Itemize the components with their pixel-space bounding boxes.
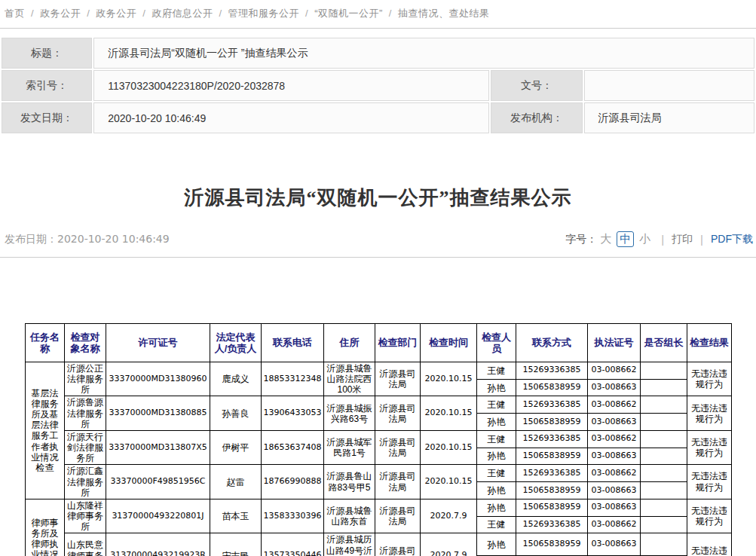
cell-is-leader bbox=[641, 414, 687, 431]
table-row: 沂源天行剑法律服务所33370000MD313807X5伊树平186536374… bbox=[26, 430, 732, 448]
breadcrumb-item[interactable]: 抽查情况、查处结果 bbox=[398, 8, 490, 19]
cell-department: 沂源县司法局 bbox=[375, 533, 421, 556]
cell-inspector-contact: 15269336385 bbox=[516, 465, 588, 482]
cell-result: 无违法违规行为 bbox=[687, 533, 732, 556]
cell-inspector-name: 王健 bbox=[477, 516, 516, 533]
cell-entity-name: 沂源鲁源法律服务所 bbox=[65, 396, 106, 430]
cell-result: 无违法违规行为 bbox=[687, 362, 732, 396]
column-header: 联系电话 bbox=[262, 324, 324, 362]
cell-entity-name: 沂源天行剑法律服务所 bbox=[65, 430, 106, 464]
breadcrumb: 首页/政务公开/政务公开/政府信息公开/管理和服务公开/“双随机一公开”/抽查情… bbox=[0, 0, 756, 29]
cell-inspector-cert: 03-008662 bbox=[588, 516, 641, 533]
breadcrumb-separator: / bbox=[305, 8, 308, 19]
breadcrumb-separator: / bbox=[219, 8, 222, 19]
cell-is-leader bbox=[641, 396, 687, 414]
cell-phone: 18766990888 bbox=[262, 465, 324, 499]
cell-address: 沂源县城鲁山路东首 bbox=[324, 499, 375, 533]
column-header: 联系方式 bbox=[516, 324, 588, 362]
column-header: 任务名称 bbox=[26, 324, 65, 362]
cell-inspector-name: 孙艳 bbox=[477, 414, 516, 431]
meta-docnum-value bbox=[584, 70, 755, 101]
cell-inspector-contact: 15269336385 bbox=[516, 362, 588, 380]
cell-license: 31370000493219923R bbox=[106, 533, 210, 556]
meta-docnum-label: 文号： bbox=[491, 70, 582, 101]
meta-title-label: 标题： bbox=[2, 38, 92, 69]
publish-date-label: 发布日期： bbox=[5, 233, 57, 245]
cell-phone: 13573350446 bbox=[262, 533, 324, 556]
column-header: 法定代表人/负责人 bbox=[210, 324, 262, 362]
column-header: 检查对象名称 bbox=[65, 324, 106, 362]
breadcrumb-item[interactable]: 政务公开 bbox=[40, 8, 81, 19]
breadcrumb-item[interactable]: 政府信息公开 bbox=[152, 8, 213, 19]
column-header: 住所 bbox=[324, 324, 375, 362]
cell-phone: 13583330396 bbox=[262, 499, 324, 533]
cell-representative: 赵雷 bbox=[210, 465, 262, 499]
cell-is-leader bbox=[641, 533, 687, 556]
font-size-medium-button[interactable]: 中 bbox=[617, 231, 634, 247]
meta-index-label: 索引号： bbox=[2, 70, 92, 101]
print-button[interactable]: 打印 bbox=[672, 233, 693, 246]
cell-inspector-cert: 03-008663 bbox=[588, 533, 641, 556]
cell-inspector-contact: 15065838959 bbox=[516, 414, 588, 431]
cell-inspector-cert: 03-008662 bbox=[588, 465, 641, 482]
column-header: 检查部门 bbox=[375, 324, 421, 362]
breadcrumb-separator: / bbox=[142, 8, 145, 19]
meta-org-label: 发布机构： bbox=[491, 102, 582, 133]
cell-inspection-date: 2020.10.15 bbox=[421, 430, 477, 464]
cell-inspection-date: 2020.10.15 bbox=[421, 362, 477, 396]
cell-entity-name: 沂源汇鑫法律服务所 bbox=[65, 465, 106, 499]
cell-address: 沂源县鲁山路83号甲5 bbox=[324, 465, 375, 499]
table-row: 沂源鲁源法律服务所33370000MD31380885孙善良1390643305… bbox=[26, 396, 732, 414]
breadcrumb-separator: / bbox=[389, 8, 392, 19]
meta-date-value: 2020-10-20 10:46:49 bbox=[93, 102, 489, 133]
cell-inspector-name: 王健 bbox=[477, 430, 516, 448]
meta-row-date: 发文日期： 2020-10-20 10:46:49 发布机构： 沂源县司法局 bbox=[2, 102, 754, 133]
cell-is-leader bbox=[641, 482, 687, 499]
separator-bar: | bbox=[700, 233, 703, 246]
cell-inspector-cert: 03-008663 bbox=[588, 482, 641, 499]
breadcrumb-item[interactable]: 管理和服务公开 bbox=[228, 8, 300, 19]
cell-department: 沂源县司法局 bbox=[375, 465, 421, 499]
cell-address: 沂源县城军民路1号 bbox=[324, 430, 375, 464]
cell-representative: 鹿成义 bbox=[210, 362, 262, 396]
cell-department: 沂源县司法局 bbox=[375, 396, 421, 430]
cell-inspector-cert: 03-008663 bbox=[588, 379, 641, 396]
breadcrumb-item[interactable]: 首页 bbox=[5, 8, 25, 19]
table-row: 律师事务所及律师执业情况山东隆祥律师事务所31370000493220801J苗… bbox=[26, 499, 732, 516]
page-title: 沂源县司法局“双随机一公开”抽查结果公示 bbox=[8, 185, 748, 211]
pdf-download-button[interactable]: PDF下载 bbox=[711, 233, 753, 246]
cell-representative: 苗本玉 bbox=[210, 499, 262, 533]
cell-license: 33370000MD313807X5 bbox=[106, 430, 210, 464]
table-row: 山东民意律师事务所31370000493219923R宋志民1357335044… bbox=[26, 533, 732, 556]
column-header: 执法证号 bbox=[588, 324, 641, 362]
article-tools: 字号： 大 中 小 | 打印 | PDF下载 bbox=[565, 231, 753, 247]
font-size-large-button[interactable]: 大 bbox=[600, 232, 611, 246]
cell-inspector-cert: 03-008662 bbox=[588, 430, 641, 448]
meta-org-value: 沂源县司法局 bbox=[584, 102, 755, 133]
cell-department: 沂源县司法局 bbox=[375, 430, 421, 464]
column-header: 是否组长 bbox=[641, 324, 687, 362]
cell-inspector-cert: 03-008662 bbox=[588, 362, 641, 380]
cell-representative: 伊树平 bbox=[210, 430, 262, 464]
breadcrumb-separator: / bbox=[87, 8, 90, 19]
font-size-small-button[interactable]: 小 bbox=[639, 232, 650, 246]
cell-task-name: 律师事务所及律师执业情况 bbox=[26, 499, 65, 556]
breadcrumb-item[interactable]: “双随机一公开” bbox=[314, 8, 383, 19]
cell-license: 31370000493220801J bbox=[106, 499, 210, 533]
column-header: 许可证号 bbox=[106, 324, 210, 362]
cell-license: 33370000F49851956C bbox=[106, 465, 210, 499]
cell-address: 沂源县城振兴路63号 bbox=[324, 396, 375, 430]
column-header: 检查人员 bbox=[477, 324, 516, 362]
cell-inspector-contact: 15065838959 bbox=[516, 533, 588, 556]
cell-inspector-name: 王健 bbox=[477, 396, 516, 414]
cell-inspector-name: 孙艳 bbox=[477, 379, 516, 396]
cell-license: 33370000MD31380960 bbox=[106, 362, 210, 396]
cell-result: 无违法违规行为 bbox=[687, 465, 732, 499]
meta-date-label: 发文日期： bbox=[2, 102, 92, 133]
cell-inspector-contact: 15269336385 bbox=[516, 516, 588, 533]
article-info-bar: 发布日期：2020-10-20 10:46:49 字号： 大 中 小 | 打印 … bbox=[5, 231, 753, 247]
cell-inspector-cert: 03-008663 bbox=[588, 448, 641, 465]
breadcrumb-item[interactable]: 政务公开 bbox=[96, 8, 136, 19]
column-header: 检查结果 bbox=[687, 324, 732, 362]
cell-inspector-cert: 03-008663 bbox=[588, 414, 641, 431]
